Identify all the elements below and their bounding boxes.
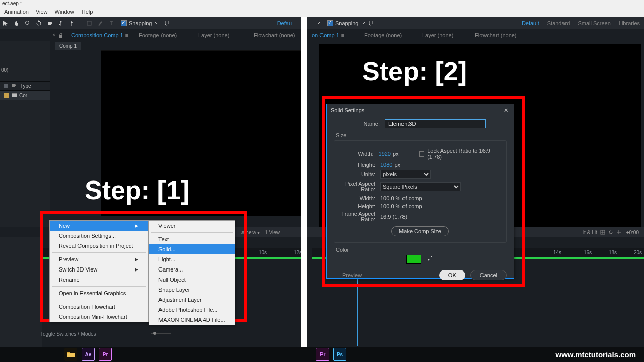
watermark: www.mtctutorials.com (556, 350, 636, 359)
snapping-label: Snapping (129, 20, 152, 26)
menu-view[interactable]: View (36, 9, 48, 15)
ctx-new[interactable]: New▶ (50, 221, 148, 231)
snapping-checkbox-icon[interactable] (121, 20, 127, 26)
ctx-preview[interactable]: Preview▶ (50, 254, 148, 264)
lock-aspect-toggle[interactable]: Lock Aspect Ratio to 16:9 (1.78) (419, 148, 502, 160)
taskbar-after-effects-icon[interactable]: Ae (82, 348, 95, 361)
snap-option-icon[interactable] (154, 21, 159, 26)
view-count-dropdown[interactable]: 1 View (265, 230, 280, 235)
hand-tool-icon[interactable] (11, 18, 22, 29)
tab-footage-r[interactable]: Footage (none) (357, 29, 409, 41)
ctx-new-solid[interactable]: Solid... (149, 244, 235, 254)
selection-tool-icon[interactable] (0, 18, 11, 29)
context-submenu-new: Viewer Text Solid... Light... Camera... … (149, 220, 235, 325)
taskbar-explorer-icon[interactable] (64, 348, 77, 361)
guide-icon[interactable] (616, 230, 621, 235)
tab-composition[interactable]: Composition Comp 1≡ (64, 29, 135, 41)
workspace-default-trunc[interactable]: Defau (277, 20, 292, 26)
menu-help[interactable]: Help (82, 9, 93, 15)
tab-layer[interactable]: Layer (none) (191, 29, 236, 41)
taskbar-premiere-icon-r[interactable]: Pr (316, 348, 329, 361)
pin-tool-icon[interactable] (66, 18, 77, 29)
camera-tool-icon[interactable] (44, 18, 55, 29)
taskbar-photoshop-icon[interactable]: Ps (333, 348, 346, 361)
project-item-row[interactable]: Cor (0, 90, 50, 100)
label-color-icon[interactable] (3, 83, 9, 89)
snapping-toggle-right[interactable]: Snapping (316, 20, 374, 26)
par-select[interactable]: Square Pixels (380, 182, 461, 191)
rotate-tool-icon[interactable] (33, 18, 44, 29)
ctx-switch-3d[interactable]: Switch 3D View▶ (50, 264, 148, 275)
ctx-essential-graphics[interactable]: Open in Essential Graphics (50, 288, 148, 298)
workspace-default[interactable]: Default (522, 20, 539, 26)
ctx-new-viewer[interactable]: Viewer (149, 221, 235, 231)
snap-magnet-icon[interactable] (164, 20, 170, 26)
ctx-new-light[interactable]: Light... (149, 254, 235, 264)
ctx-rename[interactable]: Rename (50, 275, 148, 285)
preview-toggle[interactable]: Preview (334, 272, 362, 278)
comp-inner-tab[interactable]: Comp 1 (55, 42, 81, 50)
cancel-button[interactable]: Cancel (470, 270, 507, 280)
eyedropper-icon[interactable] (426, 255, 434, 263)
units-label: Units: (338, 171, 380, 177)
width-value[interactable]: 1920 (379, 151, 391, 157)
timeline-zoom-slider[interactable] (151, 331, 171, 336)
svg-rect-7 (59, 35, 62, 38)
ctx-new-adjustment[interactable]: Adjustment Layer (149, 295, 235, 305)
taskbar-premiere-icon[interactable]: Pr (99, 348, 112, 361)
ctx-new-null[interactable]: Null Object (149, 275, 235, 285)
tab-footage[interactable]: Footage (none) (132, 29, 184, 41)
tag-icon[interactable] (11, 83, 17, 89)
height-label: Height: (338, 162, 380, 168)
context-menu: New▶ Composition Settings... Reveal Comp… (49, 220, 149, 322)
pen-tool-icon[interactable] (95, 18, 106, 29)
tab-layer-r[interactable]: Layer (none) (415, 29, 460, 41)
solid-name-input[interactable] (385, 119, 486, 128)
make-comp-size-button[interactable]: Make Comp Size (391, 226, 449, 236)
toggle-switches-modes[interactable]: Toggle Switches / Modes (40, 331, 96, 337)
anchor-tool-icon[interactable] (55, 18, 66, 29)
comp-item-icon (11, 92, 17, 98)
workspace-small-screen[interactable]: Small Screen (578, 20, 610, 26)
solid-settings-dialog: Solid Settings ✕ Name: Size Width: 1920 … (326, 104, 514, 279)
lock-icon[interactable] (58, 33, 63, 38)
height-value[interactable]: 1080 (380, 162, 392, 168)
menu-window[interactable]: Window (55, 9, 74, 15)
info-width-label: Width: (338, 195, 380, 201)
ctx-new-c4d[interactable]: MAXON CINEMA 4D File... (149, 315, 235, 325)
ctx-new-camera[interactable]: Camera... (149, 264, 235, 275)
toolbar: T Snapping Defau Snapping Default Standa… (0, 17, 644, 29)
lock-checkbox-icon[interactable] (419, 151, 425, 157)
ctx-new-text[interactable]: Text (149, 234, 235, 244)
workspace-libraries[interactable]: Libraries (619, 20, 640, 26)
workspace-standard[interactable]: Standard (547, 20, 570, 26)
ctx-mini-flowchart[interactable]: Composition Mini-Flowchart (50, 312, 148, 322)
text-tool-icon[interactable]: T (106, 18, 117, 29)
snapping-toggle[interactable]: Snapping (121, 20, 170, 26)
preview-checkbox-icon[interactable] (334, 273, 339, 278)
svg-line-1 (29, 24, 30, 26)
dialog-title: Solid Settings (331, 107, 364, 113)
info-height-value: 100.0 % of comp (380, 203, 422, 209)
ctx-comp-flowchart[interactable]: Composition Flowchart (50, 302, 148, 312)
ctx-new-shape[interactable]: Shape Layer (149, 285, 235, 295)
ok-button[interactable]: OK (439, 270, 465, 280)
tab-on-comp[interactable]: on Comp 1≡ (302, 29, 351, 41)
tab-flowchart-r[interactable]: Flowchart (none) (468, 29, 524, 41)
tab-flowchart[interactable]: Flowchart (none) (247, 29, 302, 41)
mask-vis-icon[interactable] (608, 230, 613, 235)
menu-animation[interactable]: Animation (4, 9, 29, 15)
ctx-comp-settings[interactable]: Composition Settings... (50, 231, 148, 241)
dialog-close-button[interactable]: ✕ (502, 106, 510, 114)
lit-indicator[interactable]: it & Lit (583, 230, 597, 235)
zoom-tool-icon[interactable] (22, 18, 33, 29)
color-swatch[interactable] (406, 255, 421, 264)
snapping-checkbox-icon-r[interactable] (327, 20, 333, 26)
mask-tool-icon[interactable] (84, 18, 95, 29)
far-value: 16:9 (1.78) (380, 214, 407, 220)
ctx-reveal[interactable]: Reveal Composition in Project (50, 241, 148, 251)
ctx-new-photoshop[interactable]: Adobe Photoshop File... (149, 305, 235, 315)
units-select[interactable]: pixels (380, 170, 431, 179)
grid-icon[interactable] (600, 230, 605, 235)
col-type[interactable]: Type (17, 83, 34, 89)
